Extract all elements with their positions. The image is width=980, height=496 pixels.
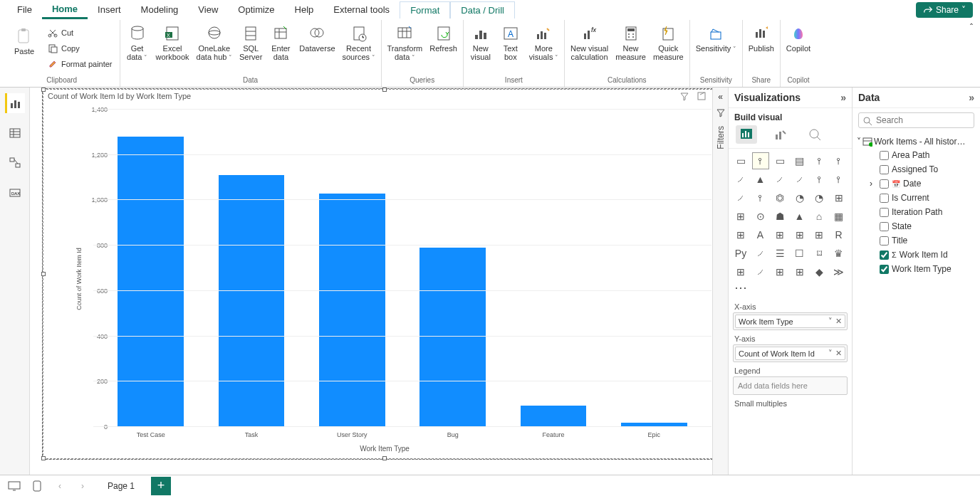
field-row[interactable]: State — [857, 219, 976, 233]
field-checkbox[interactable] — [880, 208, 889, 217]
table-node[interactable]: ˅ Work Items - All histor… — [857, 135, 976, 148]
viz-type-icon[interactable]: ⫯ — [753, 153, 768, 169]
viz-type-icon[interactable]: Py — [733, 246, 749, 261]
page-tab[interactable]: Page 1 — [97, 477, 145, 495]
add-page-button[interactable]: + — [151, 477, 171, 495]
bar[interactable] — [219, 175, 285, 427]
viz-type-icon[interactable]: ⊞ — [733, 227, 749, 243]
viz-type-icon[interactable]: ⫯ — [753, 190, 768, 206]
share-button[interactable]: Share ˅ — [916, 2, 973, 18]
analytics-tab[interactable] — [804, 125, 825, 144]
desktop-layout-button[interactable] — [6, 477, 23, 495]
remove-y-icon[interactable]: ✕ — [835, 349, 842, 358]
viz-type-icon[interactable]: ⫯ — [811, 172, 827, 187]
field-row[interactable]: Iteration Path — [857, 205, 976, 219]
mobile-layout-button[interactable] — [28, 477, 46, 495]
viz-type-icon[interactable]: ⟋ — [772, 172, 788, 187]
collapse-data-pane[interactable]: » — [969, 92, 974, 103]
sensitivity-button[interactable]: Sensitivity — [693, 23, 739, 55]
new-measure-button[interactable]: New measure — [612, 23, 649, 63]
transform-data-button[interactable]: Transform data — [385, 23, 426, 63]
viz-type-icon[interactable]: ⏣ — [772, 190, 788, 206]
viz-gallery-more[interactable]: ⋯ — [729, 284, 852, 295]
chart-visual[interactable]: Count of Work Item Id by Work Item Type … — [43, 89, 712, 459]
menu-view[interactable]: View — [188, 1, 228, 18]
viz-type-icon[interactable]: ⊙ — [753, 209, 768, 224]
field-checkbox[interactable] — [880, 179, 889, 189]
field-checkbox[interactable] — [880, 250, 889, 260]
menu-home[interactable]: Home — [42, 1, 88, 19]
viz-type-icon[interactable]: ⊞ — [772, 227, 788, 243]
viz-type-icon[interactable]: ☗ — [772, 209, 788, 224]
menu-help[interactable]: Help — [285, 1, 324, 18]
viz-type-icon[interactable]: ≫ — [831, 264, 847, 280]
legend-well[interactable]: Add data fields here — [733, 376, 848, 395]
field-row[interactable]: Is Current — [857, 191, 976, 205]
field-row[interactable]: Area Path — [857, 148, 976, 162]
viz-type-icon[interactable]: ◔ — [811, 190, 827, 206]
text-box-button[interactable]: AText box — [496, 23, 525, 63]
viz-type-icon[interactable]: ▤ — [792, 153, 808, 169]
recent-sources-button[interactable]: Recent sources — [340, 23, 378, 63]
viz-type-icon[interactable]: ⌑ — [811, 246, 827, 261]
viz-type-icon[interactable]: ⊞ — [792, 227, 808, 243]
new-visual-button[interactable]: New visual — [466, 23, 495, 63]
field-checkbox[interactable] — [880, 236, 889, 246]
prev-page-button[interactable]: ‹ — [51, 477, 68, 495]
viz-type-icon[interactable]: ⟋ — [733, 172, 749, 187]
viz-type-icon[interactable]: ⫯ — [831, 172, 847, 187]
viz-type-icon[interactable]: ⫯ — [831, 153, 847, 169]
enter-data-button[interactable]: Enter data — [266, 23, 295, 63]
viz-type-icon[interactable]: ⊞ — [811, 227, 827, 243]
viz-type-icon[interactable]: ◔ — [792, 190, 808, 206]
build-visual-tab[interactable] — [736, 125, 757, 144]
copy-button[interactable]: Copy — [44, 41, 115, 56]
viz-type-icon[interactable]: ▦ — [831, 209, 847, 224]
viz-type-icon[interactable]: ◆ — [811, 264, 827, 280]
format-visual-tab[interactable] — [770, 125, 791, 144]
field-checkbox[interactable] — [880, 151, 889, 160]
focus-mode-icon[interactable] — [697, 91, 707, 101]
expand-filters-button[interactable]: « — [718, 92, 723, 102]
viz-type-icon[interactable]: ⟋ — [753, 264, 768, 280]
more-visuals-button[interactable]: More visuals — [526, 23, 561, 63]
field-checkbox[interactable] — [880, 165, 889, 174]
viz-type-icon[interactable]: ▭ — [772, 153, 788, 169]
field-row[interactable]: ΣWork Item Id — [857, 248, 976, 262]
viz-type-icon[interactable]: ⟋ — [733, 190, 749, 206]
copilot-button[interactable]: Copilot — [783, 23, 813, 54]
viz-type-icon[interactable]: ⊞ — [733, 264, 749, 280]
bar[interactable] — [118, 137, 184, 427]
next-page-button[interactable]: › — [74, 477, 91, 495]
field-checkbox[interactable] — [880, 222, 889, 231]
menu-format[interactable]: Format — [400, 1, 450, 19]
viz-type-icon[interactable]: ⊞ — [772, 264, 788, 280]
menu-external-tools[interactable]: External tools — [323, 1, 400, 18]
viz-type-icon[interactable]: ☐ — [792, 246, 808, 261]
x-axis-chip[interactable]: Work Item Type˅✕ — [735, 315, 845, 328]
field-row[interactable]: Work Item Type — [857, 262, 976, 276]
viz-type-icon[interactable]: ▭ — [733, 153, 749, 169]
table-view-button[interactable] — [5, 123, 25, 143]
model-view-button[interactable] — [5, 153, 25, 173]
menu-optimize[interactable]: Optimize — [228, 1, 284, 18]
report-view-button[interactable] — [5, 93, 25, 113]
filter-icon[interactable] — [679, 91, 689, 101]
cut-button[interactable]: Cut — [44, 26, 115, 40]
field-checkbox[interactable] — [880, 265, 889, 274]
menu-data-drill[interactable]: Data / Drill — [450, 1, 515, 19]
bar[interactable] — [319, 194, 385, 427]
viz-type-icon[interactable]: A — [753, 227, 768, 243]
search-input[interactable] — [858, 112, 974, 128]
field-row[interactable]: Title — [857, 233, 976, 248]
x-axis-well[interactable]: Work Item Type˅✕ — [733, 312, 848, 330]
viz-type-icon[interactable]: ▲ — [753, 172, 768, 187]
viz-type-icon[interactable]: ⌂ — [811, 209, 827, 224]
viz-type-icon[interactable]: ⟋ — [792, 172, 808, 187]
viz-type-icon[interactable]: ♛ — [831, 246, 847, 261]
new-visual-calc-button[interactable]: fxNew visual calculation — [568, 23, 611, 63]
menu-modeling[interactable]: Modeling — [131, 1, 189, 18]
remove-x-icon[interactable]: ✕ — [835, 317, 842, 326]
chevron-down-icon[interactable]: ˅ — [828, 349, 833, 358]
dataverse-button[interactable]: Dataverse — [296, 23, 338, 54]
